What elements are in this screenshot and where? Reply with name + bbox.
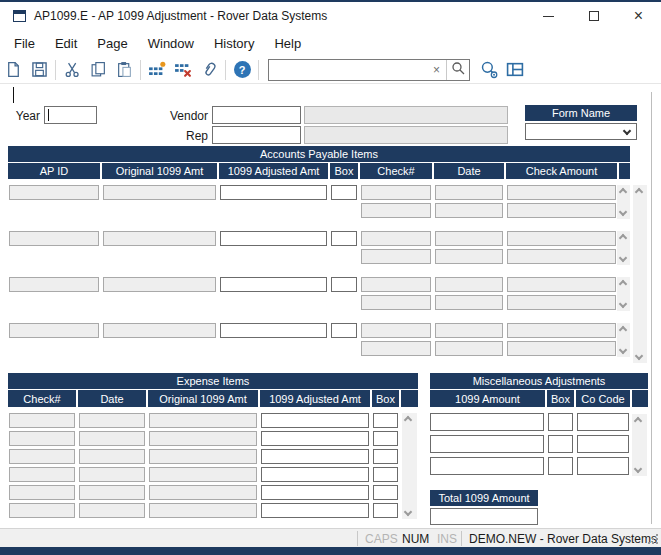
expense-adjusted-amt-field[interactable] (261, 449, 369, 464)
scroll-up-icon[interactable] (619, 280, 627, 288)
ap-box-field[interactable] (331, 231, 357, 246)
expense-box-field[interactable] (373, 449, 398, 464)
menu-help[interactable]: Help (264, 32, 311, 55)
scroll-up-icon[interactable] (404, 416, 412, 424)
app-icon (13, 10, 26, 22)
attachment-button[interactable] (196, 58, 222, 82)
year-input[interactable] (44, 106, 97, 124)
ap-checks-scrollbar[interactable] (617, 323, 630, 357)
form-name-dropdown[interactable] (525, 123, 637, 140)
vendor-label: Vendor (148, 109, 208, 123)
expense-date-field (79, 413, 145, 428)
year-caret (48, 109, 49, 121)
misc-co-code-field[interactable] (577, 457, 629, 475)
expense-box-field[interactable] (373, 503, 398, 518)
expense-adjusted-amt-field[interactable] (261, 485, 369, 500)
ap-checks-scrollbar[interactable] (617, 185, 630, 219)
expense-adjusted-amt-field[interactable] (261, 467, 369, 482)
scroll-up-icon[interactable] (635, 188, 643, 196)
form-name-header: Form Name (525, 105, 637, 121)
ap-items-scrollbar[interactable] (633, 185, 647, 363)
menu-history[interactable]: History (204, 32, 264, 55)
ap-checks-scrollbar[interactable] (617, 277, 630, 311)
close-button[interactable]: × (616, 2, 661, 30)
ap-adjusted-amt-field[interactable] (220, 323, 327, 338)
search-clear-icon[interactable]: × (427, 63, 446, 77)
misc-1099-amount-field[interactable] (430, 435, 544, 453)
ap-adjusted-amt-field[interactable] (220, 185, 327, 200)
ap-adjusted-amt-field[interactable] (220, 231, 327, 246)
new-document-icon (5, 61, 22, 78)
rep-label: Rep (148, 129, 208, 143)
misc-co-code-field[interactable] (577, 413, 629, 431)
new-document-button[interactable] (0, 58, 26, 82)
expense-box-field[interactable] (373, 413, 398, 428)
expense-adjusted-amt-field[interactable] (261, 413, 369, 428)
scroll-down-icon[interactable] (619, 346, 627, 354)
ap-box-field[interactable] (331, 277, 357, 292)
ap-box-field[interactable] (331, 185, 357, 200)
search-box[interactable]: × (268, 59, 470, 81)
copy-button[interactable] (85, 58, 111, 82)
scroll-down-icon[interactable] (404, 508, 412, 516)
insert-rows-button[interactable] (144, 58, 170, 82)
total-1099-header: Total 1099 Amount (430, 490, 538, 506)
delete-rows-button[interactable] (170, 58, 196, 82)
scroll-down-icon[interactable] (634, 465, 642, 473)
status-message: DEMO.NEW - Rover Data Systems (469, 532, 657, 546)
misc-box-field[interactable] (548, 413, 573, 431)
window-layout-button[interactable] (502, 58, 528, 82)
ap-box-field[interactable] (331, 323, 357, 338)
paste-button[interactable] (111, 58, 137, 82)
scroll-up-icon[interactable] (634, 417, 642, 425)
misc-box-field[interactable] (548, 457, 573, 475)
menu-edit[interactable]: Edit (45, 32, 87, 55)
title-bar[interactable]: AP1099.E - AP 1099 Adjustment - Rover Da… (0, 2, 661, 30)
menu-page[interactable]: Page (87, 32, 137, 55)
ap-checks-scrollbar[interactable] (617, 231, 630, 265)
scroll-up-icon[interactable] (619, 188, 627, 196)
vendor-input[interactable] (212, 106, 301, 124)
minimize-button[interactable] (526, 2, 571, 30)
search-magnifier-icon[interactable] (447, 61, 469, 79)
save-button[interactable] (26, 58, 52, 82)
scroll-up-icon[interactable] (619, 234, 627, 242)
resize-grip[interactable] (646, 532, 658, 544)
expense-column-header: Box (372, 390, 399, 407)
expense-column-header-stub (401, 390, 418, 407)
scroll-down-icon[interactable] (619, 208, 627, 216)
ap-adjusted-amt-field[interactable] (220, 277, 327, 292)
ap-check-number-field (361, 231, 431, 246)
menu-window[interactable]: Window (138, 32, 204, 55)
expense-box-field[interactable] (373, 467, 398, 482)
expense-adjusted-amt-field[interactable] (261, 431, 369, 446)
misc-co-code-field[interactable] (577, 435, 629, 453)
expense-box-field[interactable] (373, 485, 398, 500)
cut-button[interactable] (59, 58, 85, 82)
ap-column-header: Check# (360, 163, 432, 179)
expense-original-amt-field (149, 503, 257, 518)
advanced-find-button[interactable] (476, 58, 502, 82)
help-button[interactable]: ? (229, 58, 255, 82)
scroll-up-icon[interactable] (619, 326, 627, 334)
expense-check-number-field (9, 503, 75, 518)
scroll-down-icon[interactable] (635, 352, 643, 360)
menu-file[interactable]: File (4, 32, 45, 55)
toolbar-separator (258, 60, 259, 80)
scroll-down-icon[interactable] (619, 300, 627, 308)
ap-check-number-field (361, 249, 431, 264)
toolbar: ? × (0, 56, 661, 84)
rep-input[interactable] (212, 126, 301, 144)
expense-box-field[interactable] (373, 431, 398, 446)
maximize-button[interactable] (571, 2, 616, 30)
scroll-down-icon[interactable] (619, 254, 627, 262)
misc-1099-amount-field[interactable] (430, 457, 544, 475)
search-input[interactable] (269, 61, 427, 79)
misc-box-field[interactable] (548, 435, 573, 453)
expense-items-scrollbar[interactable] (402, 413, 417, 519)
expense-adjusted-amt-field[interactable] (261, 503, 369, 518)
menu-bar: FileEditPageWindowHistoryHelp (0, 30, 661, 56)
misc-adjustments-scrollbar[interactable] (632, 414, 647, 476)
ap-check-date-field (435, 185, 503, 200)
misc-1099-amount-field[interactable] (430, 413, 544, 431)
